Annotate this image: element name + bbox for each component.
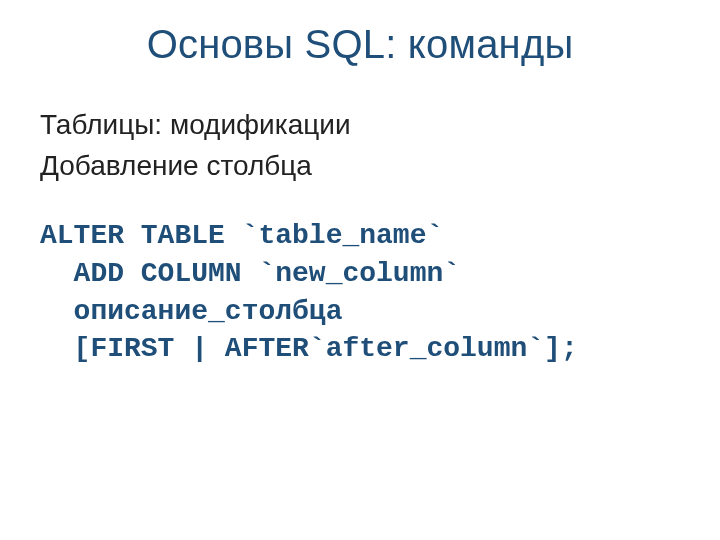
body-line-1: Таблицы: модификации xyxy=(40,107,680,142)
code-line-2: ADD COLUMN `new_column` xyxy=(40,258,460,289)
slide-title: Основы SQL: команды xyxy=(40,22,680,67)
body-line-2: Добавление столбца xyxy=(40,148,680,183)
sql-code-block: ALTER TABLE `table_name` ADD COLUMN `new… xyxy=(40,217,680,368)
slide: Основы SQL: команды Таблицы: модификации… xyxy=(0,0,720,540)
code-line-4: [FIRST | AFTER`after_column`]; xyxy=(40,333,578,364)
code-line-3: описание_столбца xyxy=(40,296,342,327)
code-line-1: ALTER TABLE `table_name` xyxy=(40,220,443,251)
spacer xyxy=(40,189,680,217)
